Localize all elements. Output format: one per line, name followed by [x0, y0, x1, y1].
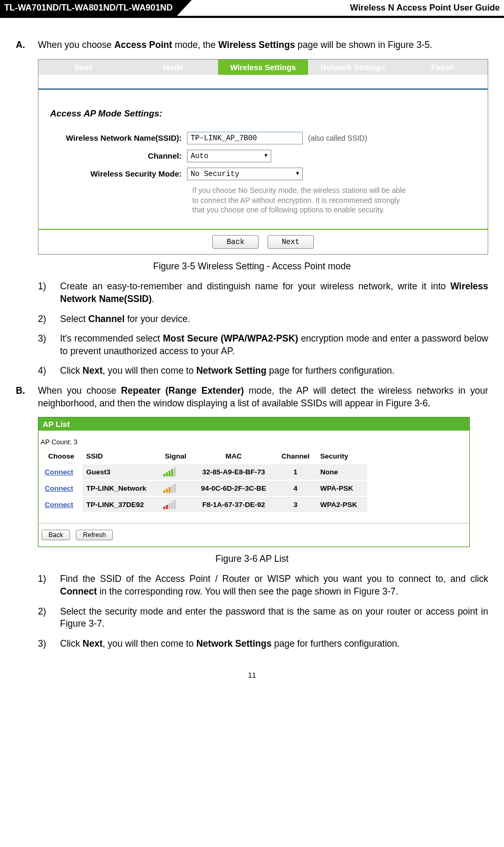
- refresh-button[interactable]: Refresh: [76, 530, 113, 540]
- list-a-4-body: Click Next, you will then come to Networ…: [60, 365, 488, 377]
- list-a-4-post: page for furthers configuration.: [266, 365, 394, 376]
- ap-list-table: Choose SSID Signal MAC Channel Security …: [41, 449, 367, 513]
- list-a-4-mid: , you will then come to: [103, 365, 196, 376]
- ap-row-2: Connect TP-LINK_37DE92 F8-1A-67-37-DE-92…: [41, 496, 367, 513]
- list-b-2-marker: 2): [38, 606, 60, 618]
- ap-ssid-0: Guest3: [82, 464, 159, 480]
- col-choose: Choose: [41, 449, 82, 464]
- list-b-3-post: page for furthers configuration.: [272, 638, 400, 649]
- channel-select[interactable]: Auto▼: [187, 150, 271, 162]
- ap-security-0: None: [316, 464, 367, 480]
- list-b-1-bold: Connect: [60, 586, 97, 597]
- list-a-3-bold: Most Secure (WPA/WPA2-PSK): [163, 333, 298, 344]
- channel-row: Channel: Auto▼: [50, 150, 476, 162]
- list-a-1-body: Create an easy-to-remember and distingui…: [60, 280, 488, 305]
- list-b-1-marker: 1): [38, 573, 60, 586]
- section-a-marker: A.: [16, 39, 38, 52]
- ap-security-1: WPA-PSK: [316, 480, 367, 496]
- ap-mac-0: 32-85-A9-E8-BF-73: [192, 464, 275, 480]
- section-a-mid: mode, the: [172, 40, 219, 50]
- header-title: Wireless N Access Point User Guide: [192, 0, 504, 16]
- figure-3-5-body: Access AP Mode Settings: Wireless Networ…: [38, 90, 488, 220]
- back-button[interactable]: Back: [212, 235, 259, 249]
- security-select[interactable]: No Security▼: [187, 168, 303, 180]
- section-a-bold2: Wireless Settings: [218, 40, 295, 50]
- ap-count: AP Count: 3: [38, 435, 469, 449]
- list-a-4-pre: Click: [60, 365, 83, 376]
- security-note: If you choose No Security mode, the wire…: [192, 186, 413, 216]
- section-a-pre: When you choose: [38, 40, 114, 50]
- list-a-3-marker: 3): [38, 333, 60, 345]
- col-mac: MAC: [192, 449, 275, 464]
- ap-channel-0: 1: [275, 464, 316, 480]
- list-b-1-body: Find the SSID of the Access Point / Rout…: [60, 573, 488, 598]
- list-b-1-pre: Find the SSID of the Access Point / Rout…: [60, 573, 488, 584]
- list-a-4: 4)Click Next, you will then come to Netw…: [38, 365, 488, 377]
- next-button[interactable]: Next: [268, 235, 314, 249]
- ssid-aka: (also called SSID): [308, 134, 367, 142]
- list-b-1-post: in the corresponding row. You will then …: [97, 586, 398, 597]
- ap-list-footer: Back Refresh: [38, 523, 469, 541]
- ssid-label: Wireless Network Name(SSID):: [50, 133, 187, 142]
- list-a-4-marker: 4): [38, 365, 60, 377]
- section-a-intro: A.When you choose Access Point mode, the…: [16, 39, 488, 52]
- ap-mode-title: Access AP Mode Settings:: [50, 109, 476, 119]
- section-b-bold: Repeater (Range Extender): [121, 385, 244, 396]
- list-b-2: 2)Select the security mode and enter the…: [38, 606, 488, 630]
- list-a-2-post: for your device.: [125, 314, 191, 324]
- signal-icon-1: [159, 480, 192, 496]
- section-b-marker: B.: [16, 385, 38, 397]
- header-divider: [177, 0, 192, 16]
- col-signal: Signal: [159, 449, 192, 464]
- ap-list-title: AP List: [38, 417, 469, 431]
- col-security: Security: [316, 449, 367, 464]
- wizard-buttons: Back Next: [38, 229, 488, 254]
- figure-3-5-caption: Figure 3-5 Wireless Setting - Access Poi…: [16, 261, 488, 272]
- connect-link-1[interactable]: Connect: [41, 480, 82, 496]
- list-b-3-b2: Network Settings: [196, 638, 272, 649]
- ap-row-1: Connect TP-LINK_Network 94-0C-6D-2F-3C-B…: [41, 480, 367, 496]
- list-a-4-b1: Next: [83, 365, 103, 376]
- step-wireless: Wireless Settings: [218, 60, 308, 75]
- list-a-1-pre: Create an easy-to-remember and distingui…: [60, 281, 450, 291]
- connect-link-2[interactable]: Connect: [41, 496, 82, 513]
- list-a-2: 2)Select Channel for your device.: [38, 313, 488, 326]
- figure-3-6-caption: Figure 3-6 AP List: [16, 553, 488, 564]
- list-b-3-mid: , you will then come to: [103, 638, 196, 649]
- list-b-3-pre: Click: [60, 638, 83, 649]
- section-a-post: page will be shown in Figure 3-5.: [295, 40, 432, 50]
- step-mode: Mode: [129, 60, 219, 75]
- list-a-2-bold: Channel: [88, 314, 125, 324]
- list-b-3-marker: 3): [38, 638, 60, 650]
- list-b-3: 3)Click Next, you will then come to Netw…: [38, 638, 488, 650]
- ap-list-header-row: Choose SSID Signal MAC Channel Security: [41, 449, 367, 464]
- ssid-input[interactable]: TP-LINK_AP_7B00: [187, 132, 303, 144]
- section-b-intro: B.When you choose Repeater (Range Extend…: [16, 385, 488, 410]
- list-b-3-body: Click Next, you will then come to Networ…: [60, 638, 488, 650]
- connect-link-0[interactable]: Connect: [41, 464, 82, 480]
- ap-security-2: WPA2-PSK: [316, 496, 367, 513]
- list-a-3-body: It's recommended select Most Secure (WPA…: [60, 333, 488, 357]
- list-a-3-pre: It's recommended select: [60, 333, 163, 344]
- list-b-1: 1)Find the SSID of the Access Point / Ro…: [38, 573, 488, 598]
- section-a-bold1: Access Point: [114, 40, 172, 50]
- header-bar: TL-WA701ND/TL-WA801ND/TL-WA901ND Wireles…: [0, 0, 504, 16]
- col-ssid: SSID: [82, 449, 159, 464]
- list-a-2-marker: 2): [38, 313, 60, 326]
- figure-3-5: Start Mode Wireless Settings Network Set…: [38, 59, 488, 255]
- ap-channel-1: 4: [275, 480, 316, 496]
- ap-ssid-1: TP-LINK_Network: [82, 480, 159, 496]
- section-a-text: When you choose Access Point mode, the W…: [38, 39, 488, 52]
- ap-channel-2: 3: [275, 496, 316, 513]
- step-finish: Finish: [398, 60, 488, 75]
- col-channel: Channel: [275, 449, 316, 464]
- section-b-text: When you choose Repeater (Range Extender…: [38, 385, 488, 410]
- list-a-3: 3)It's recommended select Most Secure (W…: [38, 333, 488, 357]
- figure-3-6: AP List AP Count: 3 Choose SSID Signal M…: [38, 417, 470, 547]
- security-value: No Security: [191, 170, 239, 178]
- back-button[interactable]: Back: [42, 530, 70, 540]
- ap-mac-2: F8-1A-67-37-DE-92: [192, 496, 275, 513]
- list-a-2-body: Select Channel for your device.: [60, 313, 488, 326]
- step-start: Start: [38, 60, 129, 75]
- ap-ssid-2: TP-LINK_37DE92: [82, 496, 159, 513]
